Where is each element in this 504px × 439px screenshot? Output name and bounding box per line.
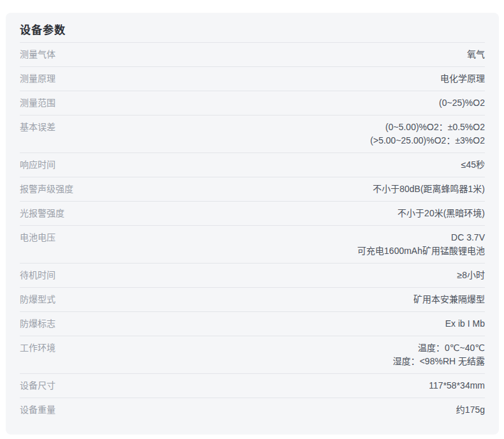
spec-value: (0~5.00)%O2：±0.5%O2 (>5.00~25.00)%O2：±3%… [56,121,485,147]
spec-value: 不小于20米(黑暗环境) [64,207,485,220]
spec-row-standby-time: 待机时间 ≥8小时 [20,264,485,288]
spec-value-line: 可充电1600mAh矿用锰酸锂电池 [68,244,485,258]
spec-label: 基本误差 [20,121,56,134]
spec-value-line: 氧气 [68,48,485,61]
spec-value: ≥8小时 [56,269,485,282]
spec-value: 117*58*34mm [56,379,485,392]
spec-label: 防爆标志 [20,317,56,331]
spec-label: 光报警强度 [20,207,64,220]
spec-value: (0~25)%O2 [56,96,485,110]
spec-row-device-size: 设备尺寸 117*58*34mm [20,374,485,398]
spec-value-line: DC 3.7V [68,231,485,244]
spec-value-line: Ex ib I Mb [68,317,485,331]
spec-label: 设备尺寸 [20,379,56,392]
spec-value-line: (0~25)%O2 [68,96,485,110]
spec-row-measure-range: 测量范围 (0~25)%O2 [20,91,485,115]
spec-row-battery-voltage: 电池电压 DC 3.7V 可充电1600mAh矿用锰酸锂电池 [20,226,485,264]
spec-value: DC 3.7V 可充电1600mAh矿用锰酸锂电池 [56,231,485,258]
spec-row-light-alarm-intensity: 光报警强度 不小于20米(黑暗环境) [20,202,485,226]
spec-value-line: 矿用本安兼隔爆型 [68,293,485,306]
spec-value-line: 湿度：<98%RH 无结露 [68,355,485,368]
spec-value: 温度：0℃~40℃ 湿度：<98%RH 无结露 [56,341,485,368]
spec-label: 测量气体 [20,48,56,61]
spec-value: 不小于80dB(距离蜂鸣器1米) [73,182,485,196]
spec-value: 电化学原理 [56,72,485,86]
spec-value-line: 约175g [68,403,485,417]
spec-label: 测量原理 [20,72,56,86]
spec-row-working-environment: 工作环境 温度：0℃~40℃ 湿度：<98%RH 无结露 [20,336,485,374]
spec-row-alarm-sound-level: 报警声级强度 不小于80dB(距离蜂鸣器1米) [20,177,485,202]
spec-row-explosion-proof-mark: 防爆标志 Ex ib I Mb [20,312,485,336]
spec-value-line: ≤45秒 [68,158,485,172]
spec-label: 设备重量 [20,403,56,417]
spec-row-basic-error: 基本误差 (0~5.00)%O2：±0.5%O2 (>5.00~25.00)%O… [20,115,485,153]
spec-value: 矿用本安兼隔爆型 [56,293,485,306]
spec-label: 测量范围 [20,96,56,110]
spec-label: 报警声级强度 [20,182,73,196]
spec-label: 响应时间 [20,158,56,172]
spec-label: 防爆型式 [20,293,56,306]
spec-value-line: 不小于80dB(距离蜂鸣器1米) [86,182,485,196]
card-title: 设备参数 [20,13,485,43]
spec-value-line: ≥8小时 [68,269,485,282]
spec-label: 电池电压 [20,231,56,244]
spec-value: 约175g [56,403,485,417]
spec-value: Ex ib I Mb [56,317,485,331]
spec-row-explosion-proof-type: 防爆型式 矿用本安兼隔爆型 [20,288,485,312]
spec-value-line: 不小于20米(黑暗环境) [77,207,485,220]
spec-row-measure-gas: 测量气体 氧气 [20,43,485,67]
device-parameters-card: 设备参数 测量气体 氧气 测量原理 电化学原理 测量范围 (0~25)%O2 基… [6,13,499,435]
spec-row-measure-principle: 测量原理 电化学原理 [20,67,485,91]
spec-value-line: 温度：0℃~40℃ [68,341,485,355]
spec-label: 工作环境 [20,341,56,355]
spec-label: 待机时间 [20,269,56,282]
spec-value: ≤45秒 [56,158,485,172]
spec-row-device-weight: 设备重量 约175g [20,398,485,422]
spec-value: 氧气 [56,48,485,61]
spec-value-line: 117*58*34mm [68,379,485,392]
spec-value-line: (>5.00~25.00)%O2：±3%O2 [68,134,485,147]
spec-value-line: 电化学原理 [68,72,485,86]
spec-row-response-time: 响应时间 ≤45秒 [20,153,485,177]
spec-value-line: (0~5.00)%O2：±0.5%O2 [68,121,485,134]
